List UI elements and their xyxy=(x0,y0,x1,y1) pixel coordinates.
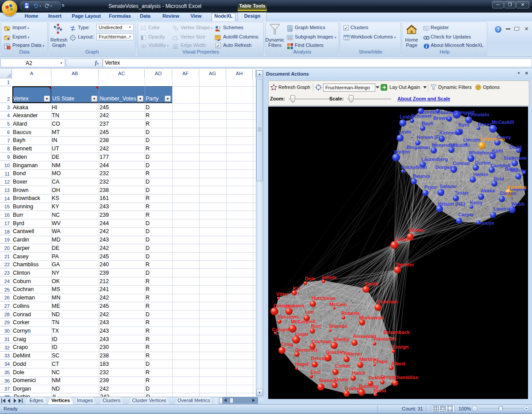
svg-text:Nelson (FL): Nelson (FL) xyxy=(417,134,444,140)
svg-text:Bayh: Bayh xyxy=(422,121,434,126)
svg-text:Inouye: Inouye xyxy=(478,220,494,226)
svg-text:Stabenow: Stabenow xyxy=(504,155,527,161)
svg-text:Baucus: Baucus xyxy=(412,173,430,179)
svg-text:Specter: Specter xyxy=(396,262,414,267)
svg-text:Shelby: Shelby xyxy=(333,337,350,342)
svg-text:Murkowski: Murkowski xyxy=(359,315,385,320)
svg-text:Bond: Bond xyxy=(374,388,386,393)
svg-text:Stevens: Stevens xyxy=(329,323,347,329)
svg-text:Ensign: Ensign xyxy=(393,344,409,349)
svg-text:Allard: Allard xyxy=(391,361,405,366)
svg-text:Akaka: Akaka xyxy=(481,188,495,193)
svg-text:Wyden: Wyden xyxy=(394,149,410,154)
svg-text:Domenici: Domenici xyxy=(295,347,317,353)
svg-text:Dorgan: Dorgan xyxy=(436,165,453,170)
svg-text:Corker: Corker xyxy=(335,363,351,368)
svg-text:Rockefeller: Rockefeller xyxy=(401,165,428,170)
svg-text:Warner: Warner xyxy=(346,351,362,356)
svg-text:Sanders: Sanders xyxy=(507,184,526,190)
svg-text:Brown: Brown xyxy=(433,115,449,121)
svg-text:Kohl: Kohl xyxy=(492,148,503,153)
svg-text:Inhofe: Inhofe xyxy=(322,275,337,280)
svg-text:Voinovich: Voinovich xyxy=(373,336,396,341)
svg-text:McCain: McCain xyxy=(329,302,347,307)
svg-text:McCaskill: McCaskill xyxy=(492,119,514,125)
svg-text:Lautenberg: Lautenberg xyxy=(421,157,448,162)
svg-text:Hatch: Hatch xyxy=(352,370,366,376)
svg-text:Pryor: Pryor xyxy=(424,184,437,190)
svg-text:Klobuchar: Klobuchar xyxy=(433,110,457,115)
svg-text:Dodd: Dodd xyxy=(509,145,522,150)
svg-text:Cochran: Cochran xyxy=(312,339,332,344)
svg-text:Carper: Carper xyxy=(458,212,474,217)
svg-text:Grassley: Grassley xyxy=(326,349,347,355)
svg-text:Vitter: Vitter xyxy=(276,291,289,297)
svg-text:Coleman: Coleman xyxy=(377,299,398,304)
svg-text:Smith: Smith xyxy=(365,281,378,287)
svg-text:Lugar: Lugar xyxy=(295,331,309,337)
svg-text:Clinton: Clinton xyxy=(500,191,517,196)
svg-text:Murray: Murray xyxy=(510,168,527,173)
svg-text:Reid: Reid xyxy=(493,176,504,181)
svg-text:Nelson (NE): Nelson (NE) xyxy=(438,201,466,207)
svg-text:Feinstein: Feinstein xyxy=(468,112,490,117)
svg-text:Conrad: Conrad xyxy=(453,161,470,166)
svg-text:Bennett: Bennett xyxy=(311,356,329,361)
svg-text:Mikulski: Mikulski xyxy=(450,142,469,148)
svg-text:Chambliss: Chambliss xyxy=(393,375,418,380)
svg-text:Kerry: Kerry xyxy=(470,200,483,205)
svg-text:Tester: Tester xyxy=(455,190,469,196)
svg-text:Gregg: Gregg xyxy=(381,374,395,380)
svg-text:Isakson: Isakson xyxy=(286,303,305,308)
svg-text:Hagel: Hagel xyxy=(295,361,308,367)
svg-text:Kyl: Kyl xyxy=(293,286,300,291)
svg-text:Salazar: Salazar xyxy=(440,184,457,189)
svg-text:Dole: Dole xyxy=(305,276,316,281)
svg-text:Lincoln: Lincoln xyxy=(463,137,480,142)
svg-text:Crapo: Crapo xyxy=(374,359,388,364)
svg-text:Bingaman: Bingaman xyxy=(406,145,430,150)
svg-text:Snowe: Snowe xyxy=(409,227,424,233)
svg-text:Lott: Lott xyxy=(305,309,314,314)
svg-text:Casey: Casey xyxy=(497,134,511,140)
svg-text:Brownback: Brownback xyxy=(383,330,410,335)
svg-text:Coburn: Coburn xyxy=(272,327,289,332)
svg-text:Burr: Burr xyxy=(311,323,321,329)
svg-text:Levin: Levin xyxy=(399,129,412,134)
svg-text:Roberts: Roberts xyxy=(341,310,360,316)
svg-text:Harkin: Harkin xyxy=(473,172,489,177)
svg-text:Boxer: Boxer xyxy=(478,122,492,127)
svg-text:Enzi: Enzi xyxy=(311,369,321,375)
svg-text:Collins: Collins xyxy=(395,237,411,242)
svg-text:Hutchison: Hutchison xyxy=(312,295,335,301)
svg-text:Durbin: Durbin xyxy=(475,160,491,165)
svg-text:Byrd: Byrd xyxy=(458,122,469,127)
svg-text:Craig: Craig xyxy=(281,341,293,347)
svg-text:Thune: Thune xyxy=(334,377,349,382)
svg-text:Landrieu: Landrieu xyxy=(493,206,514,211)
svg-text:Schumer: Schumer xyxy=(411,113,432,119)
